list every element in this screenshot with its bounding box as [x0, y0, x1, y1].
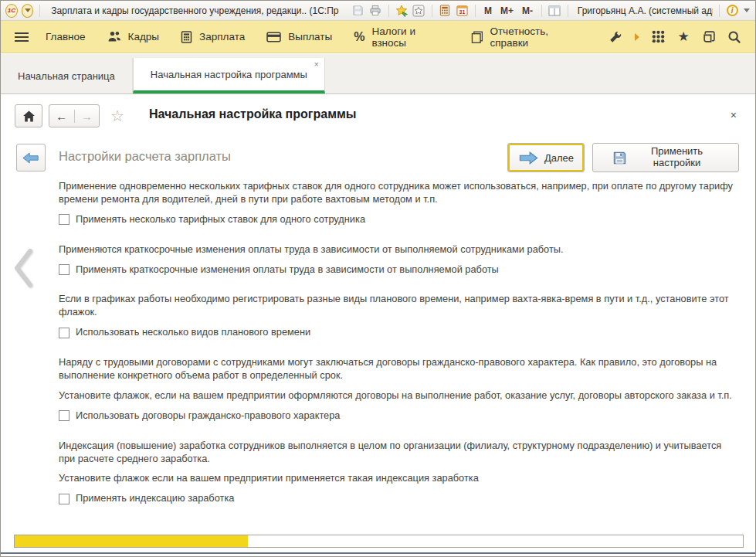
divider: [719, 5, 720, 17]
tab-home-page[interactable]: Начальная страница: [1, 58, 133, 93]
description-paragraph: Установите флажок, если на вашем предпри…: [59, 389, 740, 402]
tab-initial-setup[interactable]: Начальная настройка программы ×: [133, 58, 325, 93]
save-icon[interactable]: [351, 4, 364, 18]
menu-label: Главное: [46, 31, 86, 42]
checkbox-multiple-tariff-rates[interactable]: Применять несколько тарифных ставок для …: [59, 213, 740, 226]
checkbox-label: Применять краткосрочные изменения оплаты…: [76, 263, 499, 277]
arrow-left-icon: [22, 152, 39, 164]
checkbox-multiple-planned-time[interactable]: Использовать несколько видов планового в…: [59, 326, 740, 339]
tab-label: Начальная настройка программы: [151, 69, 307, 80]
favorites-star-icon[interactable]: ★: [674, 28, 693, 46]
menu-item-zarplata[interactable]: Зарплата: [173, 26, 253, 48]
checkbox-shortterm-pay-changes[interactable]: Применять краткосрочные изменения оплаты…: [59, 263, 740, 277]
divider: [39, 5, 40, 17]
percent-icon: %: [354, 30, 364, 44]
1c-logo-icon[interactable]: 1С: [5, 4, 18, 18]
checkbox-box[interactable]: [59, 328, 69, 338]
previous-step-button[interactable]: [16, 144, 46, 172]
menu-label: Зарплата: [199, 31, 245, 42]
checkbox-box[interactable]: [59, 410, 69, 421]
next-button-label: Далее: [544, 152, 574, 164]
back-button[interactable]: ←: [49, 110, 75, 123]
description-paragraph: Применяются краткосрочные изменения опла…: [59, 243, 740, 256]
card-icon: [266, 32, 281, 42]
menu-item-kadry[interactable]: Кадры: [100, 26, 167, 47]
search-icon[interactable]: [725, 28, 744, 46]
svg-text:31: 31: [459, 9, 466, 15]
divider: [432, 5, 432, 17]
description-paragraph: Наряду с трудовыми договорами с сотрудни…: [59, 356, 740, 382]
menu-item-vyplaty[interactable]: Выплаты: [259, 26, 340, 47]
setup-progress-bar: [14, 535, 744, 548]
app-window: 1С Зарплата и кадры государственного учр…: [0, 0, 756, 557]
description-paragraph: Установите флажок если на вашем предприя…: [59, 472, 740, 485]
divider: [541, 5, 542, 17]
checkbox-label: Применять несколько тарифных ставок для …: [76, 213, 365, 226]
progress-fill: [15, 535, 248, 547]
initial-setup-form: ← → ☆ Начальная настройка программы × На…: [1, 95, 755, 556]
print-icon[interactable]: [369, 4, 382, 18]
all-functions-icon[interactable]: [649, 28, 668, 46]
titlebar-more-icon[interactable]: [743, 4, 751, 18]
section-title: Настройки расчета зарплаты: [59, 149, 231, 164]
checkbox-box[interactable]: [59, 214, 69, 225]
add-favorite-icon[interactable]: [395, 4, 409, 18]
page-back-chevron[interactable]: [13, 248, 33, 288]
info-icon[interactable]: i: [726, 4, 739, 18]
divider: [568, 5, 568, 17]
menu-label: Кадры: [128, 31, 159, 42]
form-title: Начальная настройка программы: [149, 107, 357, 121]
memory-recall-button[interactable]: M: [482, 5, 494, 16]
window-bottom-border: [1, 552, 755, 554]
menu-label: Выплаты: [288, 31, 332, 42]
menu-label: Отчетность, справки: [490, 25, 585, 49]
checkbox-salary-indexation[interactable]: Применять индексацию заработка: [59, 492, 740, 505]
service-wrench-icon[interactable]: [606, 28, 625, 46]
checkbox-civil-contracts[interactable]: Использовать договоры гражданско-правово…: [59, 409, 740, 423]
calculator-icon[interactable]: [439, 4, 452, 18]
title-bar: 1С Зарплата и кадры государственного учр…: [1, 1, 755, 21]
favorites-list-icon[interactable]: [412, 4, 425, 18]
favorite-toggle-icon[interactable]: ☆: [110, 107, 124, 125]
menu-item-nalogi[interactable]: % Налоги и взносы: [346, 21, 457, 53]
checkbox-label: Использовать договоры гражданско-правово…: [76, 409, 340, 423]
window-title: Зарплата и кадры государственного учрежд…: [51, 5, 339, 16]
split-window-icon[interactable]: [548, 4, 561, 18]
checkbox-label: Использовать несколько видов планового в…: [76, 326, 310, 339]
next-button[interactable]: Далее: [507, 143, 585, 172]
checkbox-box[interactable]: [59, 264, 69, 275]
arrow-right-icon: [518, 151, 538, 165]
hamburger-menu-icon[interactable]: [12, 28, 32, 46]
description-paragraph: Применение одновременно нескольких тариф…: [59, 180, 740, 206]
apply-settings-button[interactable]: Применить настройки: [592, 143, 739, 172]
memory-minus-button[interactable]: M-: [520, 5, 535, 16]
menu-label: Налоги и взносы: [371, 25, 449, 49]
description-paragraph: Индексация (повышение) заработка сотрудн…: [59, 440, 740, 466]
divider: [388, 5, 389, 17]
calendar-icon[interactable]: 31: [456, 4, 469, 18]
history-nav-group: ← →: [49, 104, 100, 127]
home-button[interactable]: [15, 104, 42, 127]
tab-close-icon[interactable]: ×: [314, 60, 318, 69]
memory-plus-button[interactable]: M+: [498, 5, 516, 16]
reports-icon: [471, 31, 483, 43]
home-icon: [22, 110, 36, 122]
description-paragraph: Если в графиках работы необходимо регист…: [59, 293, 740, 319]
history-icon[interactable]: [700, 28, 719, 46]
checkbox-box[interactable]: [59, 494, 69, 504]
current-user[interactable]: Григорьянц А.А. (системный адм...: [575, 5, 713, 16]
open-windows-tab-bar: Начальная страница Начальная настройка п…: [1, 54, 755, 94]
tab-label: Начальная страница: [18, 70, 115, 82]
form-close-icon[interactable]: ×: [731, 109, 737, 121]
checkbox-label: Применять индексацию заработка: [76, 492, 234, 505]
menu-item-otchetnost[interactable]: Отчетность, справки: [463, 21, 594, 53]
main-menu-dropdown-icon[interactable]: [22, 4, 34, 18]
apply-button-label: Применить настройки: [635, 146, 720, 169]
calculator-icon: [181, 31, 192, 43]
menu-item-main[interactable]: Главное: [38, 26, 93, 47]
forward-button[interactable]: →: [75, 110, 100, 123]
divider: [475, 5, 476, 17]
toolbar-expand-icon[interactable]: [632, 28, 642, 46]
people-icon: [107, 31, 121, 42]
settings-content: Применение одновременно нескольких тариф…: [59, 180, 740, 522]
